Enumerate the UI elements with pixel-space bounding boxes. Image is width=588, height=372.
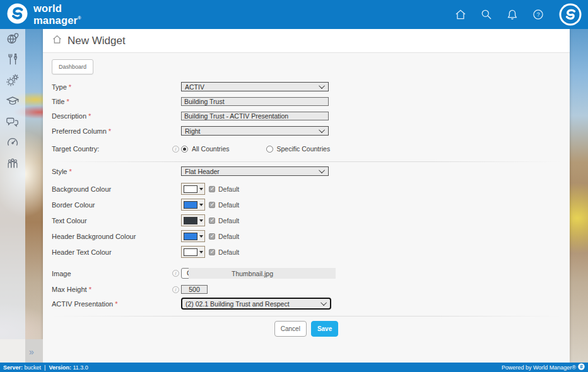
sidebar-item-people[interactable] bbox=[0, 154, 25, 175]
header-background-colour-default-checkbox[interactable] bbox=[209, 233, 215, 240]
info-icon[interactable] bbox=[172, 286, 179, 293]
form-row-description: Description* bbox=[52, 112, 561, 120]
description-input[interactable] bbox=[181, 112, 329, 120]
world-manager-logo-icon bbox=[6, 2, 29, 28]
brand-logo[interactable]: world manager® bbox=[0, 2, 81, 28]
sidebar-footer-block bbox=[0, 339, 25, 363]
page-title-bar: New Widget bbox=[43, 29, 570, 53]
border-colour-default-checkbox[interactable] bbox=[209, 202, 215, 208]
dropdown-arrow-icon bbox=[199, 188, 203, 190]
notifications-bell-icon[interactable] bbox=[506, 8, 519, 21]
form-row-image: Image Choose File Thumbnail.jpg bbox=[52, 268, 561, 279]
image-label: Image bbox=[52, 270, 172, 277]
sidebar-expand-chevrons[interactable]: » bbox=[29, 347, 34, 356]
header-text-colour-default-checkbox[interactable] bbox=[209, 249, 215, 255]
powered-by-text: Powered by World Manager® bbox=[502, 364, 576, 371]
section-divider bbox=[52, 161, 561, 162]
sidebar-item-communication[interactable] bbox=[0, 112, 25, 133]
background-colour-label: Background Colour bbox=[52, 185, 172, 193]
all-countries-radio[interactable] bbox=[181, 146, 188, 153]
preferred-column-label: Preferred Column bbox=[52, 127, 107, 135]
form-row-border-colour: Border Colour Default bbox=[52, 199, 561, 211]
brand-wordmark: world manager® bbox=[33, 4, 81, 25]
chat-bubbles-icon bbox=[6, 115, 20, 131]
form-row-max-height: Max Height* bbox=[52, 285, 561, 294]
activ-presentation-select[interactable]: (2) 02.1 Building Trust and Respect bbox=[181, 298, 331, 310]
form-row-text-colour: Text Colour Default bbox=[52, 214, 561, 226]
colour-swatch bbox=[184, 217, 197, 224]
main-panel: New Widget Dashboard Type* ACTIV Title* … bbox=[43, 29, 570, 363]
home-icon[interactable] bbox=[454, 8, 467, 21]
colour-swatch bbox=[184, 248, 197, 256]
graduation-cap-icon bbox=[6, 94, 20, 110]
title-input[interactable] bbox=[181, 97, 329, 106]
form-row-header-background-colour: Header Background Colour Default bbox=[52, 230, 561, 242]
activ-presentation-label: ACTIV Presentation bbox=[52, 300, 113, 308]
max-height-label: Max Height bbox=[52, 286, 87, 293]
header-background-colour-picker[interactable] bbox=[181, 230, 205, 242]
save-button[interactable]: Save bbox=[311, 321, 338, 337]
sidebar-item-settings[interactable] bbox=[0, 71, 25, 91]
sidebar-item-global[interactable] bbox=[0, 29, 25, 50]
text-colour-label: Text Colour bbox=[52, 217, 172, 224]
specific-countries-radio[interactable] bbox=[266, 146, 273, 153]
type-select[interactable]: ACTIV bbox=[181, 82, 329, 91]
gauge-icon bbox=[6, 136, 20, 152]
people-group-icon bbox=[6, 156, 20, 173]
sidebar-item-tools[interactable] bbox=[0, 50, 25, 71]
header-text-colour-label: Header Text Colour bbox=[52, 248, 172, 256]
form-row-target-country: Target Country: All Countries Specific C… bbox=[52, 145, 561, 153]
dropdown-arrow-icon bbox=[199, 219, 203, 222]
background-colour-default-checkbox[interactable] bbox=[209, 186, 215, 192]
sidebar-footer-block-dark bbox=[25, 339, 43, 363]
form-actions: Cancel Save bbox=[52, 321, 561, 337]
account-avatar[interactable] bbox=[559, 3, 582, 26]
server-info: Server: bucket | Version: 11.3.0 bbox=[3, 364, 88, 371]
page-title: New Widget bbox=[68, 35, 126, 47]
text-colour-default-checkbox[interactable] bbox=[209, 218, 215, 224]
info-icon[interactable] bbox=[172, 146, 179, 153]
header-text-colour-picker[interactable] bbox=[181, 246, 205, 258]
dropdown-arrow-icon bbox=[199, 235, 203, 238]
dropdown-arrow-icon bbox=[199, 204, 203, 206]
widget-home-icon bbox=[52, 34, 62, 47]
preferred-column-select[interactable]: Right bbox=[181, 126, 329, 136]
sidebar-item-performance[interactable] bbox=[0, 133, 25, 154]
gears-icon bbox=[6, 73, 20, 90]
style-label: Style bbox=[52, 168, 67, 175]
background-colour-picker[interactable] bbox=[181, 183, 205, 195]
border-colour-label: Border Colour bbox=[52, 201, 172, 209]
form-row-background-colour: Background Colour Default bbox=[52, 183, 561, 195]
dropdown-arrow-icon bbox=[199, 251, 203, 253]
sidebar-item-training[interactable] bbox=[0, 91, 25, 112]
colour-swatch bbox=[184, 233, 197, 240]
title-label: Title bbox=[52, 98, 64, 105]
info-icon[interactable] bbox=[172, 270, 179, 277]
form-row-header-text-colour: Header Text Colour Default bbox=[52, 246, 561, 258]
header-background-colour-label: Header Background Colour bbox=[52, 233, 172, 240]
file-name: Thumbnail.jpg bbox=[232, 270, 273, 277]
cancel-button[interactable]: Cancel bbox=[274, 321, 307, 337]
text-colour-picker[interactable] bbox=[181, 214, 205, 226]
sidebar bbox=[0, 29, 25, 363]
world-manager-mini-logo-icon bbox=[578, 363, 585, 371]
style-select[interactable]: Flat Header bbox=[181, 166, 329, 176]
file-name-bar: Thumbnail.jpg bbox=[189, 268, 336, 279]
target-country-label: Target Country: bbox=[52, 145, 172, 153]
section-divider bbox=[52, 316, 561, 317]
globe-pin-icon bbox=[6, 32, 20, 48]
form-row-type: Type* ACTIV bbox=[52, 82, 561, 91]
colour-swatch bbox=[184, 185, 197, 193]
tools-icon bbox=[6, 52, 20, 69]
app-header: world manager® ? bbox=[0, 0, 588, 29]
tab-dashboard[interactable]: Dashboard bbox=[52, 59, 93, 74]
help-icon[interactable]: ? bbox=[532, 8, 544, 21]
border-colour-picker[interactable] bbox=[181, 199, 205, 211]
search-icon[interactable] bbox=[480, 8, 493, 21]
colour-swatch bbox=[184, 201, 197, 209]
type-label: Type bbox=[52, 83, 67, 91]
description-label: Description bbox=[52, 112, 86, 120]
form-row-title: Title* bbox=[52, 97, 561, 106]
svg-text:?: ? bbox=[536, 11, 539, 18]
max-height-input[interactable] bbox=[181, 285, 208, 294]
